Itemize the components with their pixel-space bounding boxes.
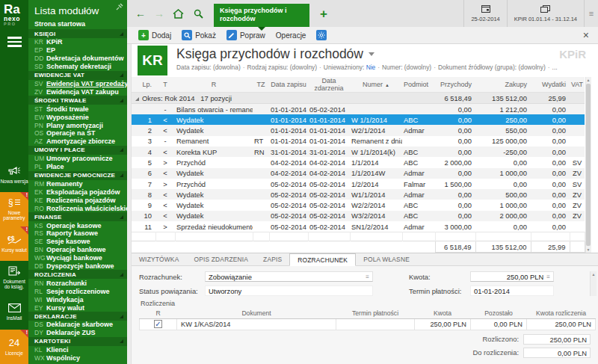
column-header-t[interactable]: T xyxy=(155,77,175,93)
sidebar-item-st[interactable]: STŚrodki trwałe xyxy=(28,105,127,113)
column-header-lp[interactable]: Lp. xyxy=(132,77,155,93)
table-row[interactable]: 2<Wydatek01-01-201401-01-2014W2/1/2014Ad… xyxy=(132,125,585,135)
settings-button[interactable] xyxy=(311,27,332,43)
table-row[interactable]: 9<Wydatek05-02-201405-02-2014W2/2/2014AB… xyxy=(132,200,585,210)
column-header-numer[interactable]: Numer▲ xyxy=(350,77,402,93)
sidebar-item-wg[interactable]: WGWyciągi bankowe xyxy=(28,254,127,262)
show-button[interactable]: Pokaż xyxy=(176,27,221,43)
period-widget[interactable]: KPiR 01.01.14 - 31.12.14 xyxy=(507,0,585,27)
sidebar-item-ek[interactable]: EKEksploatacja pojazdów xyxy=(28,188,127,196)
sidebar-item-ew[interactable]: EWWyposażenie xyxy=(28,113,127,121)
operations-button[interactable]: Operacje xyxy=(271,27,312,43)
table-row[interactable]: 11>Sprzedaż nieudokumentowana05-02-20140… xyxy=(132,221,585,232)
filter-value[interactable]: (dowolny) xyxy=(404,64,431,71)
sidebar-item-pn[interactable]: PNPlany amortyzacji xyxy=(28,121,127,129)
pin-icon[interactable] xyxy=(116,3,123,12)
filter-item[interactable]: ... xyxy=(552,64,558,71)
sidebar-item-rm[interactable]: RMRemanenty xyxy=(28,180,127,188)
sidebar-item-db[interactable]: DBDyspozycje bankowe xyxy=(28,262,127,271)
back-icon[interactable]: ← xyxy=(135,8,146,19)
sidebar-section-header[interactable]: KSIĘGI xyxy=(28,29,127,38)
rail-button-nowa-wersja[interactable]: Nowa wersja xyxy=(0,158,28,192)
sidebar-item-dd[interactable]: DDDekretacja dokumentów xyxy=(28,55,127,63)
column-header-vat[interactable]: VAT xyxy=(570,77,585,93)
sidebar-item-ds[interactable]: DSDeklaracje skarbowe xyxy=(28,321,127,329)
column-header-podmiot[interactable]: Podmiot xyxy=(402,77,435,93)
tab-wizytówka[interactable]: WIZYTÓWKA xyxy=(132,253,186,265)
window-menu-icon[interactable]: ≡ xyxy=(585,9,598,18)
date-widget[interactable]: 25-02-2014 xyxy=(463,0,506,27)
column-header-zakupy[interactable]: Zakupy xyxy=(475,77,531,93)
dropdown-icon[interactable]: ≡ xyxy=(366,274,369,280)
sidebar-item-wx[interactable]: WXWspólnicy xyxy=(28,354,127,363)
vertical-scrollbar[interactable]: ▲ ▼ xyxy=(585,77,591,253)
sidebar-item-os[interactable]: OSOperacje na ŚT xyxy=(28,129,127,138)
tab-rozrachunek[interactable]: ROZRACHUNEK xyxy=(289,253,356,266)
filter-item[interactable]: Unieważniony: Nie xyxy=(324,64,375,71)
filter-item[interactable]: Rodzaj zapisu: (dowolny) xyxy=(247,64,317,71)
search-icon[interactable] xyxy=(194,9,203,19)
filter-value[interactable]: (dowolna) xyxy=(213,64,241,71)
close-icon[interactable]: × xyxy=(583,30,589,40)
scroll-down-icon[interactable]: ▼ xyxy=(587,247,591,253)
table-row[interactable]: -Bilans otwarcia - remanent01-01-201405-… xyxy=(132,104,585,114)
tab-zapis[interactable]: ZAPIS xyxy=(256,253,289,265)
new-tab-icon[interactable]: + xyxy=(320,7,327,20)
table-row[interactable]: 5>Przychód04-02-201404-02-20141/1/2014AB… xyxy=(132,157,585,167)
filter-value[interactable]: ... xyxy=(552,64,558,71)
sidebar-section-header[interactable]: EWIDENCJE VAT xyxy=(28,71,127,80)
sidebar-item-kr[interactable]: KRKPiR xyxy=(28,38,127,46)
tab-ksiega-przychodow[interactable]: Księga przychodów i rozchodów xyxy=(214,4,309,27)
table-row[interactable]: 4<Korekta KUPRN31-01-201431-01-2014W 1/1… xyxy=(132,146,585,157)
tab-opis-zdarzenia[interactable]: OPIS ZDARZENIA xyxy=(186,253,256,265)
col-termin[interactable]: Termin płatności xyxy=(336,309,415,318)
col-kwota[interactable]: Kwota xyxy=(415,309,471,318)
sidebar-section-header[interactable]: ŚRODKI TRWAŁE xyxy=(28,96,127,105)
sidebar-item-kl[interactable]: KLKlienci xyxy=(28,346,127,354)
sidebar-section-header[interactable]: ROZLICZENIA xyxy=(28,270,127,279)
sidebar-item-zv[interactable]: ZVEwidencja VAT zakupu xyxy=(28,87,127,96)
sidebar-item-ep[interactable]: EPEP xyxy=(28,46,127,55)
rail-button-nowe-parametry[interactable]: §Nowe parametry! xyxy=(0,192,28,226)
sidebar-section-header[interactable]: KARTOTEKI xyxy=(28,337,127,346)
filter-value[interactable]: (dowolny) xyxy=(290,64,317,71)
sidebar-item-ro[interactable]: RORozliczenia właścicielskie xyxy=(28,204,127,212)
scroll-up-icon[interactable]: ▲ xyxy=(587,77,591,83)
tab-pola-własne[interactable]: POLA WŁASNE xyxy=(356,253,417,265)
filter-item[interactable]: Numer: (dowolny) xyxy=(382,64,431,71)
sidebar-item-ke[interactable]: KERozliczenia pojazdów xyxy=(28,196,127,204)
col-r[interactable]: R xyxy=(140,309,177,318)
sidebar-item-strona-startowa[interactable]: Strona startowa xyxy=(28,20,127,29)
col-dokument[interactable]: Dokument xyxy=(177,309,336,318)
rail-button-insmail[interactable]: InsMail xyxy=(0,295,28,330)
rozliczenia-row[interactable]: ✓KW 1/KAS/2014250,00 PLN0,00 PLN250,00 P… xyxy=(140,318,596,330)
column-header-r[interactable]: R xyxy=(175,77,253,93)
sidebar-item-az[interactable]: AZAmortyzacje zbiorcze xyxy=(28,138,127,146)
sidebar-section-header[interactable]: UMOWY I PŁACE xyxy=(28,146,127,155)
detail-scrollbar[interactable]: ▲ xyxy=(590,271,597,296)
rail-button-dokument-do-ksiąg[interactable]: Dokument do ksiąg. xyxy=(0,261,28,295)
sidebar-section-header[interactable]: FINANSE xyxy=(28,212,127,221)
column-header-data-zdarzenia[interactable]: Data zdarzenia xyxy=(308,77,350,93)
column-header-wydatki[interactable]: Wydatki xyxy=(531,77,570,93)
sidebar-item-se[interactable]: SESesje kasowe xyxy=(28,238,127,246)
table-row[interactable]: 8<Wydatek05-02-201405-02-2014W1/1/2014Ad… xyxy=(132,189,585,200)
filter-item[interactable]: Dokument źródłowy (grupa): (dowolny) xyxy=(438,64,546,71)
sidebar-item-sv[interactable]: SVEwidencja VAT sprzedaży xyxy=(28,80,127,88)
group-row[interactable]: Okres: Rok 201417 pozycji 6 518,49 135 5… xyxy=(132,93,585,104)
rail-button-kursy-walut[interactable]: €$Kursy walut! xyxy=(0,226,28,261)
table-row[interactable]: 7>Przychód05-02-201405-02-20141/2/2014Fa… xyxy=(132,179,585,189)
table-row[interactable]: 3-RemanentRT01-01-201401-01-2014Remanent… xyxy=(132,136,585,146)
filter-value[interactable]: (dowolny) xyxy=(518,64,545,71)
column-header-data-zapisu[interactable]: Data zapisu xyxy=(269,77,308,93)
sidebar-section-header[interactable]: EWIDENCJE POMOCNICZE xyxy=(28,171,127,180)
sidebar-item-um[interactable]: UMUmowy pracownicze xyxy=(28,155,127,163)
chevron-down-icon[interactable] xyxy=(369,52,374,59)
col-pozostalo[interactable]: Pozostało xyxy=(471,309,527,318)
table-row[interactable]: 1<Wydatek01-01-201401-01-2014W 1/1/2014A… xyxy=(132,114,585,125)
termin-platnosci-field[interactable]: 01-01-2014 xyxy=(470,286,554,296)
sidebar-item-dy[interactable]: DYDeklaracje ZUS xyxy=(28,329,127,337)
sidebar-item-pl[interactable]: PLPłace xyxy=(28,163,127,171)
sidebar-item-ks[interactable]: KSOperacje kasowe xyxy=(28,221,127,229)
kwota-field[interactable]: 250,00 PLN ≡ xyxy=(470,271,554,282)
